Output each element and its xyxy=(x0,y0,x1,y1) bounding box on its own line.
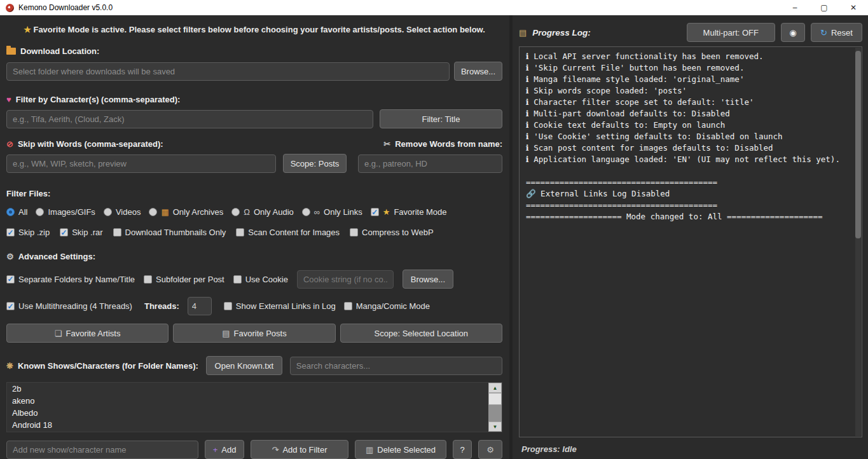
checkbox-skip-rar[interactable]: Skip .rar xyxy=(60,228,102,237)
paw-icon: ❋ xyxy=(6,362,13,370)
progress-status: Progress: Idle xyxy=(521,444,862,454)
plus-icon: + xyxy=(213,446,218,454)
browse-cookie-button[interactable]: Browse... xyxy=(403,270,453,289)
remove-words-input[interactable] xyxy=(358,154,502,173)
character-filter-label: ♥ Filter by Character(s) (comma-separate… xyxy=(6,95,502,104)
open-known-txt-button[interactable]: Open Known.txt xyxy=(206,356,282,375)
checkbox-manga-comic-mode[interactable]: Manga/Comic Mode xyxy=(344,301,430,311)
log-line: ℹ Scan post content for images defaults … xyxy=(526,142,855,154)
delete-selected-button[interactable]: ▥ Delete Selected xyxy=(355,440,446,459)
reset-button[interactable]: ↻ Reset xyxy=(811,23,862,42)
left-panel: ★ Favorite Mode is active. Please select… xyxy=(0,15,509,459)
skip-scope-button[interactable]: Scope: Posts xyxy=(283,154,347,173)
checkbox-compress-webp[interactable]: Compress to WebP xyxy=(350,228,433,237)
filter-files-label: Filter Files: xyxy=(6,189,502,198)
document-icon: ▤ xyxy=(222,329,230,338)
link-icon: ∞ xyxy=(314,208,320,216)
no-entry-icon: ⊘ xyxy=(6,140,13,148)
radio-only-links[interactable]: ∞ Only Links xyxy=(302,207,362,217)
skip-words-label: ⊘ Skip with Words (comma-separated): xyxy=(6,139,163,149)
cookie-string-input[interactable] xyxy=(297,270,394,289)
log-line: ==================== Mode changed to: Al… xyxy=(526,211,855,223)
known-characters-list[interactable]: 2b akeno Albedo Android 18 Android 21 ▲ … xyxy=(6,382,502,432)
reset-icon: ↻ xyxy=(820,29,827,37)
scroll-down-icon[interactable]: ▼ xyxy=(488,421,502,432)
skip-words-input[interactable] xyxy=(6,154,276,173)
character-filter-input[interactable] xyxy=(6,110,373,128)
log-line: ℹ Application language loaded: 'EN' (UI … xyxy=(526,154,855,165)
image-icon: ❏ xyxy=(55,329,62,338)
maximize-button[interactable]: ▢ xyxy=(809,0,839,15)
heart-icon: ♥ xyxy=(6,95,11,104)
radio-all[interactable]: All xyxy=(6,207,27,217)
window-title: Kemono Downloader v5.0.0 xyxy=(18,3,113,12)
help-button[interactable]: ? xyxy=(453,440,472,459)
clipboard-icon: ▤ xyxy=(519,29,527,37)
remove-words-label: ✂ Remove Words from name: xyxy=(383,139,502,149)
checkbox-box xyxy=(233,275,242,284)
settings-button[interactable]: ⚙ xyxy=(478,440,502,459)
progress-log-panel: ▤ Progress Log: Multi-part: OFF ◉ ↻ Rese… xyxy=(513,15,868,459)
log-scrollbar-thumb[interactable] xyxy=(855,51,861,238)
close-button[interactable]: ✕ xyxy=(839,0,868,15)
filter-scope-button[interactable]: Filter: Title xyxy=(380,109,502,128)
checkbox-subfolder-per-post[interactable]: Subfolder per Post xyxy=(144,275,224,284)
add-button[interactable]: + Add xyxy=(205,440,244,459)
checkbox-box xyxy=(350,228,358,236)
log-scrollbar[interactable] xyxy=(855,48,861,436)
browse-download-button[interactable]: Browse... xyxy=(454,62,502,81)
radio-only-archives[interactable]: ▦ Only Archives xyxy=(149,207,223,217)
eye-button[interactable]: ◉ xyxy=(781,23,805,42)
list-item[interactable]: Albedo xyxy=(7,407,502,419)
log-line: ======================================== xyxy=(526,200,855,211)
checkbox-download-thumbnails[interactable]: Download Thumbnails Only xyxy=(113,228,226,237)
list-item[interactable]: Android 21 xyxy=(7,431,502,432)
star-icon: ★ xyxy=(383,208,390,216)
titlebar: Kemono Downloader v5.0.0 – ▢ ✕ xyxy=(0,0,868,15)
favorite-artists-button[interactable]: ❏ Favorite Artists xyxy=(6,324,169,343)
list-item[interactable]: akeno xyxy=(7,395,502,407)
checkbox-favorite-mode[interactable]: ★ Favorite Mode xyxy=(371,207,447,217)
download-location-input[interactable] xyxy=(6,62,450,81)
radio-images-gifs[interactable]: Images/GIFs xyxy=(36,207,95,217)
checkbox-use-multithreading[interactable]: Use Multithreading (4 Threads) xyxy=(6,301,132,311)
list-scrollbar[interactable]: ▲ ▼ xyxy=(488,383,502,432)
list-item[interactable]: Android 18 xyxy=(7,419,502,431)
log-line: ℹ 'Use Cookie' setting defaults to: Disa… xyxy=(526,131,855,142)
checkbox-show-external-links[interactable]: Show External Links in Log xyxy=(224,301,336,311)
favorite-scope-button[interactable]: Scope: Selected Location xyxy=(340,324,502,343)
minimize-button[interactable]: – xyxy=(780,0,809,15)
checkbox-separate-folders[interactable]: Separate Folders by Name/Title xyxy=(6,275,135,284)
multipart-toggle-button[interactable]: Multi-part: OFF xyxy=(687,23,775,42)
radio-videos[interactable]: Videos xyxy=(104,207,141,217)
advanced-settings-label: ⚙ Advanced Settings: xyxy=(6,252,502,261)
search-characters-input[interactable] xyxy=(290,357,502,375)
checkbox-box xyxy=(144,275,152,284)
scroll-up-icon[interactable]: ▲ xyxy=(488,383,502,393)
checkbox-box xyxy=(236,228,244,236)
threads-input[interactable] xyxy=(188,297,212,315)
download-location-label: Download Location: xyxy=(6,46,502,56)
log-line: ℹ Multi-part download defaults to: Disab… xyxy=(526,108,855,120)
checkbox-box xyxy=(113,228,121,236)
star-icon: ★ xyxy=(24,25,31,34)
checkbox-use-cookie[interactable]: Use Cookie xyxy=(233,275,288,284)
radio-only-audio[interactable]: Ω Only Audio xyxy=(231,207,294,217)
checkbox-box xyxy=(6,228,15,236)
log-line: 🔗 External Links Log Disabled xyxy=(526,188,855,200)
scrollbar-thumb[interactable] xyxy=(488,393,502,405)
favorite-posts-button[interactable]: ▤ Favorite Posts xyxy=(173,324,335,343)
file-option-checkboxes: Skip .zip Skip .rar Download Thumbnails … xyxy=(6,228,502,237)
checkbox-skip-zip[interactable]: Skip .zip xyxy=(6,228,50,237)
app-logo-icon xyxy=(6,4,14,12)
checkbox-box xyxy=(344,302,352,310)
gear-icon: ⚙ xyxy=(486,446,494,454)
checkbox-scan-content[interactable]: Scan Content for Images xyxy=(236,228,340,237)
progress-log-output[interactable]: ℹ Local API server functionality has bee… xyxy=(519,46,862,437)
log-line: ℹ Skip words scope loaded: 'posts' xyxy=(526,85,855,97)
add-to-filter-button[interactable]: ↷ Add to Filter xyxy=(251,440,348,459)
log-line: ℹ Manga filename style loaded: 'original… xyxy=(526,74,855,85)
eye-icon: ◉ xyxy=(789,29,796,37)
list-item[interactable]: 2b xyxy=(7,383,502,395)
add-character-input[interactable] xyxy=(6,441,198,459)
